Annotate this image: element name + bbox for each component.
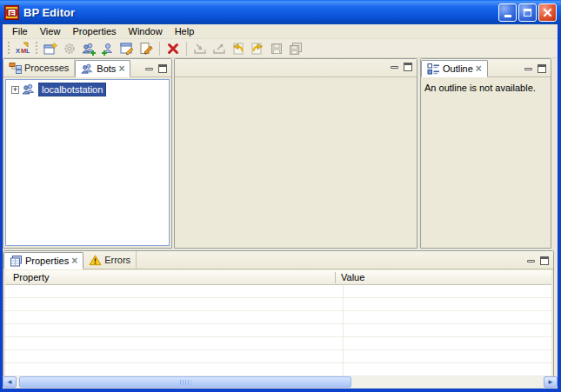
editor-controls (391, 63, 417, 75)
minimize-button[interactable] (498, 3, 517, 22)
table-row[interactable] (5, 311, 551, 324)
undo-button[interactable] (229, 40, 248, 57)
undo-arrow-icon (231, 42, 245, 56)
gear-process-icon (63, 42, 77, 56)
tab-outline-close-icon[interactable]: × (476, 64, 482, 73)
table-row[interactable] (5, 324, 551, 337)
tab-bots-label: Bots (97, 63, 116, 74)
scroll-left-button[interactable]: ◄ (3, 376, 17, 388)
tab-processes[interactable]: Processes (3, 59, 75, 76)
process-button (60, 40, 79, 57)
view-maximize-button[interactable] (538, 64, 546, 73)
menubar: File View Properties Window Help (3, 24, 558, 39)
new-xml-file-button[interactable]: X M L (13, 40, 32, 57)
table-row[interactable] (5, 285, 551, 298)
view-maximize-button[interactable] (404, 63, 412, 71)
tab-errors[interactable]: Errors (83, 251, 137, 269)
save-all-button (286, 40, 305, 57)
redo-arrow-icon (250, 42, 264, 56)
view-minimize-button[interactable] (527, 260, 535, 262)
tree-item-label[interactable]: localbotstation (38, 83, 106, 96)
import-icon (193, 42, 207, 56)
tab-errors-label: Errors (104, 255, 130, 265)
new-xml-file-icon: X M L (16, 42, 30, 56)
table-row[interactable] (5, 350, 551, 363)
tab-bots-close-icon[interactable]: × (118, 64, 124, 73)
outline-message: An outline is not available. (424, 83, 536, 93)
tab-outline[interactable]: Outline × (421, 60, 488, 77)
column-header-value[interactable]: Value (335, 272, 364, 283)
maximize-icon (524, 9, 531, 17)
properties-icon (10, 255, 23, 268)
delete-x-icon (166, 42, 180, 56)
edit-page-button[interactable] (137, 40, 156, 57)
view-minimize-button[interactable] (145, 68, 153, 70)
close-button[interactable] (538, 3, 557, 22)
window-controls (498, 3, 557, 22)
toolbar-separator (186, 42, 187, 56)
warning-icon (89, 254, 102, 267)
table-row[interactable] (5, 363, 551, 376)
table-row[interactable] (5, 298, 551, 311)
menu-file[interactable]: File (6, 25, 34, 37)
bots-view: Processes Bots × (3, 58, 172, 249)
horizontal-scrollbar[interactable]: ◄ ► (3, 376, 558, 388)
view-minimize-button[interactable] (524, 68, 532, 70)
toolbar-drag-handle[interactable] (35, 42, 38, 56)
app-icon: E (4, 5, 19, 20)
view-minimize-button[interactable] (391, 66, 398, 69)
properties-view: Properties × Errors (3, 250, 554, 379)
titlebar[interactable]: E BP Editor (0, 0, 561, 24)
menu-help[interactable]: Help (169, 25, 201, 37)
left-view-tabbar: Processes Bots × (3, 59, 171, 77)
edit-window-icon (120, 42, 134, 56)
outline-icon (427, 63, 440, 76)
export-button (210, 40, 229, 57)
bottom-view-tabbar: Properties × Errors (3, 251, 553, 269)
redo-button[interactable] (248, 40, 267, 57)
tab-bots[interactable]: Bots × (75, 60, 130, 77)
export-icon (212, 42, 226, 56)
column-header-property[interactable]: Property (5, 272, 335, 282)
table-body[interactable] (5, 285, 551, 376)
outline-view-controls (524, 64, 551, 76)
editor-area (174, 58, 417, 249)
add-bot-button[interactable] (98, 40, 117, 57)
save-all-icon (289, 42, 303, 56)
table-row[interactable] (5, 337, 551, 350)
window-title: BP Editor (23, 6, 75, 19)
bots-tree[interactable]: + localbotstation (5, 79, 170, 246)
svg-text:X: X (16, 47, 20, 55)
menu-view[interactable]: View (34, 25, 67, 37)
add-botstation-button[interactable] (79, 40, 98, 57)
outline-view: Outline × An outline is not available. (420, 58, 551, 249)
tab-outline-label: Outline (443, 63, 473, 74)
properties-table: Property Value (5, 270, 551, 378)
view-maximize-button[interactable] (540, 256, 549, 265)
edit-properties-button[interactable] (117, 40, 137, 57)
menu-properties[interactable]: Properties (66, 25, 122, 37)
tab-properties-close-icon[interactable]: × (71, 256, 77, 265)
view-maximize-button[interactable] (158, 64, 167, 73)
outline-view-tabbar: Outline × (421, 59, 551, 77)
tab-properties-label: Properties (25, 256, 69, 266)
edit-page-icon (139, 42, 153, 56)
maximize-button[interactable] (518, 3, 537, 22)
menu-window[interactable]: Window (123, 25, 169, 37)
tree-item-localbotstation[interactable]: + localbotstation (6, 80, 169, 96)
toolbar: X M L (3, 39, 558, 58)
delete-button[interactable] (164, 40, 183, 57)
processes-icon (9, 62, 22, 75)
new-wizard-button[interactable] (41, 40, 60, 57)
table-header: Property Value (5, 270, 551, 285)
scroll-right-button[interactable]: ► (544, 376, 558, 388)
tree-expand-icon[interactable]: + (11, 86, 19, 94)
save-button (267, 40, 286, 57)
scrollbar-thumb[interactable] (19, 376, 351, 388)
tab-properties[interactable]: Properties × (3, 252, 83, 269)
close-icon (543, 8, 552, 17)
column-divider (343, 285, 344, 376)
editor-tabbar (175, 59, 417, 77)
client-area: File View Properties Window Help X M L (3, 24, 558, 389)
toolbar-drag-handle[interactable] (7, 42, 10, 56)
